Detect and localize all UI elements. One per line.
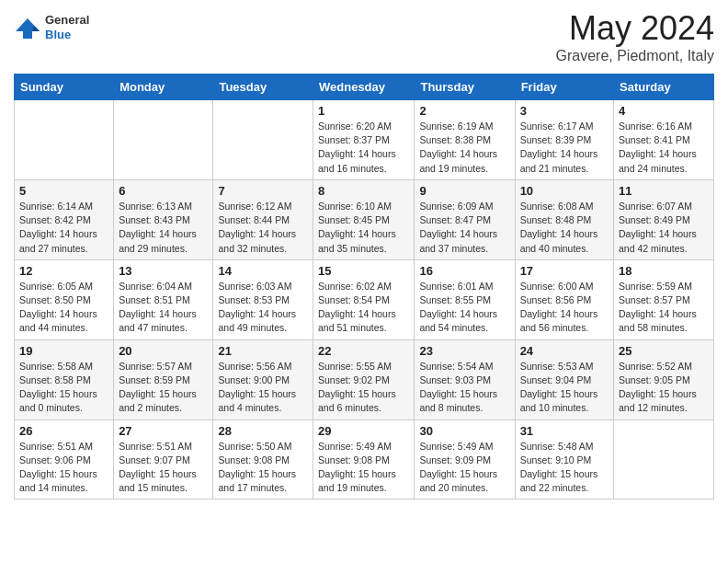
calendar-header-row: SundayMondayTuesdayWednesdayThursdayFrid… — [15, 75, 714, 100]
weekday-header: Thursday — [415, 75, 515, 100]
day-number: 9 — [419, 184, 509, 198]
calendar-week-row: 5Sunrise: 6:14 AM Sunset: 8:42 PM Daylig… — [15, 179, 714, 259]
day-number: 12 — [19, 264, 108, 278]
day-info: Sunrise: 6:08 AM Sunset: 8:48 PM Dayligh… — [520, 200, 609, 256]
calendar-day-cell: 9Sunrise: 6:09 AM Sunset: 8:47 PM Daylig… — [415, 179, 515, 259]
calendar-day-cell: 1Sunrise: 6:20 AM Sunset: 8:37 PM Daylig… — [313, 100, 415, 180]
location-subtitle: Gravere, Piedmont, Italy — [555, 48, 714, 64]
page-header: General Blue May 2024 Gravere, Piedmont,… — [14, 9, 714, 64]
day-number: 7 — [218, 184, 308, 198]
day-info: Sunrise: 5:53 AM Sunset: 9:04 PM Dayligh… — [520, 360, 609, 416]
day-info: Sunrise: 5:49 AM Sunset: 9:09 PM Dayligh… — [419, 440, 509, 496]
calendar-day-cell: 17Sunrise: 6:00 AM Sunset: 8:56 PM Dayli… — [515, 259, 613, 339]
weekday-header: Tuesday — [213, 75, 313, 100]
day-number: 17 — [520, 264, 609, 278]
calendar-day-cell: 15Sunrise: 6:02 AM Sunset: 8:54 PM Dayli… — [313, 259, 415, 339]
calendar-day-cell — [114, 100, 213, 180]
calendar-day-cell: 26Sunrise: 5:51 AM Sunset: 9:06 PM Dayli… — [15, 419, 114, 500]
day-info: Sunrise: 6:14 AM Sunset: 8:42 PM Dayligh… — [19, 200, 108, 256]
calendar-day-cell: 28Sunrise: 5:50 AM Sunset: 9:08 PM Dayli… — [213, 419, 313, 500]
logo-general: General — [45, 13, 89, 27]
day-info: Sunrise: 6:09 AM Sunset: 8:47 PM Dayligh… — [419, 200, 509, 256]
day-number: 19 — [19, 344, 108, 358]
day-info: Sunrise: 6:03 AM Sunset: 8:53 PM Dayligh… — [218, 280, 308, 336]
calendar-week-row: 12Sunrise: 6:05 AM Sunset: 8:50 PM Dayli… — [15, 259, 714, 339]
calendar-table: SundayMondayTuesdayWednesdayThursdayFrid… — [14, 74, 714, 500]
calendar-day-cell: 27Sunrise: 5:51 AM Sunset: 9:07 PM Dayli… — [114, 419, 213, 500]
calendar-day-cell: 16Sunrise: 6:01 AM Sunset: 8:55 PM Dayli… — [415, 259, 515, 339]
day-info: Sunrise: 6:19 AM Sunset: 8:38 PM Dayligh… — [419, 120, 509, 176]
calendar-day-cell: 7Sunrise: 6:12 AM Sunset: 8:44 PM Daylig… — [213, 179, 313, 259]
logo-icon — [14, 15, 41, 40]
calendar-day-cell: 31Sunrise: 5:48 AM Sunset: 9:10 PM Dayli… — [515, 419, 613, 500]
calendar-week-row: 19Sunrise: 5:58 AM Sunset: 8:58 PM Dayli… — [15, 339, 714, 419]
logo-blue: Blue — [45, 28, 71, 41]
day-info: Sunrise: 6:16 AM Sunset: 8:41 PM Dayligh… — [619, 120, 709, 176]
calendar-week-row: 1Sunrise: 6:20 AM Sunset: 8:37 PM Daylig… — [15, 100, 714, 180]
weekday-header: Sunday — [15, 75, 114, 100]
day-number: 8 — [318, 184, 409, 198]
day-number: 13 — [119, 264, 208, 278]
day-info: Sunrise: 6:10 AM Sunset: 8:45 PM Dayligh… — [318, 200, 409, 256]
calendar-day-cell: 5Sunrise: 6:14 AM Sunset: 8:42 PM Daylig… — [15, 179, 114, 259]
day-number: 3 — [520, 104, 609, 118]
day-info: Sunrise: 6:17 AM Sunset: 8:39 PM Dayligh… — [520, 120, 609, 176]
day-number: 1 — [318, 104, 409, 118]
day-number: 24 — [520, 344, 609, 358]
day-info: Sunrise: 6:05 AM Sunset: 8:50 PM Dayligh… — [19, 280, 108, 336]
calendar-day-cell: 30Sunrise: 5:49 AM Sunset: 9:09 PM Dayli… — [415, 419, 515, 500]
day-info: Sunrise: 5:50 AM Sunset: 9:08 PM Dayligh… — [218, 440, 308, 496]
calendar-day-cell — [614, 419, 714, 500]
logo: General Blue — [14, 13, 89, 41]
day-info: Sunrise: 5:58 AM Sunset: 8:58 PM Dayligh… — [19, 360, 108, 416]
calendar-day-cell: 8Sunrise: 6:10 AM Sunset: 8:45 PM Daylig… — [313, 179, 415, 259]
day-number: 6 — [119, 184, 208, 198]
day-number: 21 — [218, 344, 308, 358]
calendar-day-cell — [213, 100, 313, 180]
calendar-week-row: 26Sunrise: 5:51 AM Sunset: 9:06 PM Dayli… — [15, 419, 714, 500]
day-info: Sunrise: 5:56 AM Sunset: 9:00 PM Dayligh… — [218, 360, 308, 416]
day-info: Sunrise: 5:54 AM Sunset: 9:03 PM Dayligh… — [419, 360, 509, 416]
day-info: Sunrise: 5:57 AM Sunset: 8:59 PM Dayligh… — [119, 360, 208, 416]
day-number: 30 — [419, 424, 509, 438]
calendar-day-cell: 4Sunrise: 6:16 AM Sunset: 8:41 PM Daylig… — [614, 100, 714, 180]
day-number: 15 — [318, 264, 409, 278]
day-info: Sunrise: 5:51 AM Sunset: 9:06 PM Dayligh… — [19, 440, 108, 496]
calendar-day-cell: 25Sunrise: 5:52 AM Sunset: 9:05 PM Dayli… — [614, 339, 714, 419]
calendar-day-cell: 21Sunrise: 5:56 AM Sunset: 9:00 PM Dayli… — [213, 339, 313, 419]
day-number: 20 — [119, 344, 208, 358]
calendar-day-cell — [15, 100, 114, 180]
day-number: 16 — [419, 264, 509, 278]
day-number: 18 — [619, 264, 709, 278]
calendar-day-cell: 19Sunrise: 5:58 AM Sunset: 8:58 PM Dayli… — [15, 339, 114, 419]
weekday-header: Wednesday — [313, 75, 415, 100]
day-number: 2 — [419, 104, 509, 118]
month-title: May 2024 — [555, 9, 714, 48]
weekday-header: Friday — [515, 75, 613, 100]
day-info: Sunrise: 5:59 AM Sunset: 8:57 PM Dayligh… — [619, 280, 709, 336]
day-number: 10 — [520, 184, 609, 198]
day-info: Sunrise: 6:01 AM Sunset: 8:55 PM Dayligh… — [419, 280, 509, 336]
day-info: Sunrise: 6:12 AM Sunset: 8:44 PM Dayligh… — [218, 200, 308, 256]
calendar-day-cell: 22Sunrise: 5:55 AM Sunset: 9:02 PM Dayli… — [313, 339, 415, 419]
day-info: Sunrise: 5:55 AM Sunset: 9:02 PM Dayligh… — [318, 360, 409, 416]
day-info: Sunrise: 6:04 AM Sunset: 8:51 PM Dayligh… — [119, 280, 208, 336]
day-number: 29 — [318, 424, 409, 438]
calendar-day-cell: 10Sunrise: 6:08 AM Sunset: 8:48 PM Dayli… — [515, 179, 613, 259]
calendar-day-cell: 14Sunrise: 6:03 AM Sunset: 8:53 PM Dayli… — [213, 259, 313, 339]
day-info: Sunrise: 6:13 AM Sunset: 8:43 PM Dayligh… — [119, 200, 208, 256]
day-number: 26 — [19, 424, 108, 438]
calendar-day-cell: 18Sunrise: 5:59 AM Sunset: 8:57 PM Dayli… — [614, 259, 714, 339]
calendar-day-cell: 20Sunrise: 5:57 AM Sunset: 8:59 PM Dayli… — [114, 339, 213, 419]
day-number: 23 — [419, 344, 509, 358]
day-info: Sunrise: 5:49 AM Sunset: 9:08 PM Dayligh… — [318, 440, 409, 496]
day-info: Sunrise: 6:20 AM Sunset: 8:37 PM Dayligh… — [318, 120, 409, 176]
day-info: Sunrise: 6:02 AM Sunset: 8:54 PM Dayligh… — [318, 280, 409, 336]
calendar-day-cell: 3Sunrise: 6:17 AM Sunset: 8:39 PM Daylig… — [515, 100, 613, 180]
calendar-day-cell: 2Sunrise: 6:19 AM Sunset: 8:38 PM Daylig… — [415, 100, 515, 180]
day-number: 25 — [619, 344, 709, 358]
day-number: 28 — [218, 424, 308, 438]
day-number: 11 — [619, 184, 709, 198]
title-block: May 2024 Gravere, Piedmont, Italy — [555, 9, 714, 64]
day-info: Sunrise: 5:52 AM Sunset: 9:05 PM Dayligh… — [619, 360, 709, 416]
